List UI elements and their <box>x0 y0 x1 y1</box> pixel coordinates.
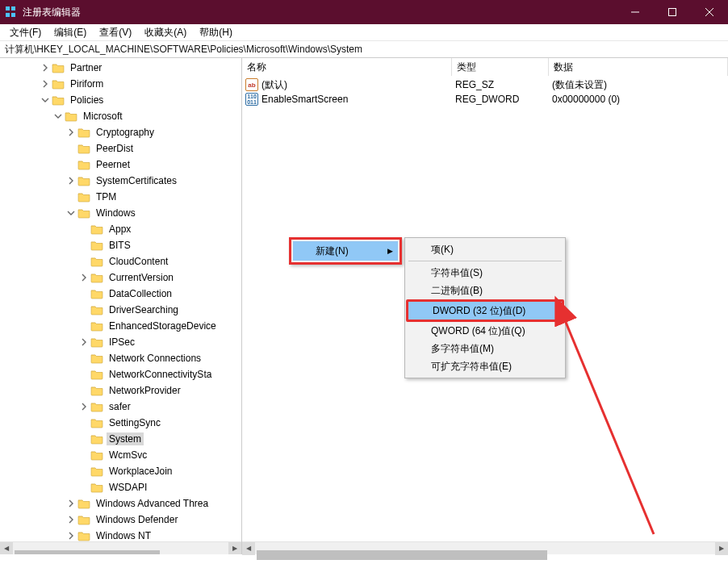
chevron-right-icon[interactable] <box>39 64 52 72</box>
scroll-left-button[interactable]: ◀ <box>242 542 255 555</box>
tree-item-partner[interactable]: Partner <box>0 60 241 76</box>
tree-item-wcmsvc[interactable]: WcmSvc <box>0 447 241 463</box>
chevron-right-icon[interactable] <box>77 338 90 346</box>
tree-item-tpm[interactable]: TPM <box>0 189 241 205</box>
menu-item-key[interactable]: 项(K) <box>407 240 563 258</box>
menu-favorites[interactable]: 收藏夹(A) <box>138 24 193 41</box>
main-area: PartnerPiriformPoliciesMicrosoftCryptogr… <box>0 58 728 554</box>
scroll-right-button[interactable]: ▶ <box>715 542 728 555</box>
tree-item-datacollection[interactable]: DataCollection <box>0 286 241 302</box>
folder-icon <box>65 111 77 122</box>
tree-item-label: TPM <box>94 190 119 203</box>
tree-item-currentversion[interactable]: CurrentVersion <box>0 269 241 286</box>
tree-item-cloudcontent[interactable]: CloudContent <box>0 253 241 269</box>
menu-bar: 文件(F) 编辑(E) 查看(V) 收藏夹(A) 帮助(H) <box>0 24 728 41</box>
menu-item-dword-value[interactable]: DWORD (32 位)值(D) <box>408 302 562 320</box>
folder-icon <box>77 127 90 138</box>
folder-icon <box>77 175 90 186</box>
tree-item-label: Appx <box>107 223 133 236</box>
tree-item-driversearching[interactable]: DriverSearching <box>0 302 241 318</box>
tree-item-label: WSDAPI <box>107 481 149 494</box>
scroll-left-button[interactable]: ◀ <box>0 542 13 555</box>
chevron-right-icon[interactable] <box>65 499 77 508</box>
chevron-right-icon[interactable] <box>65 532 77 540</box>
tree-item-enhancedstorage[interactable]: EnhancedStorageDevice <box>0 318 241 334</box>
tree-item-peerdist[interactable]: PeerDist <box>0 140 241 157</box>
column-type[interactable]: 类型 <box>452 58 549 76</box>
tree-item-bits[interactable]: BITS <box>0 237 241 253</box>
address-bar[interactable]: 计算机\HKEY_LOCAL_MACHINE\SOFTWARE\Policies… <box>0 41 728 58</box>
menu-item-label: 项(K) <box>431 243 454 257</box>
column-data[interactable]: 数据 <box>549 58 728 76</box>
tree-item-appx[interactable]: Appx <box>0 221 241 237</box>
menu-item-label: 新建(N) <box>316 244 349 258</box>
chevron-right-icon[interactable] <box>39 80 52 88</box>
tree-item-policies[interactable]: Policies <box>0 92 241 108</box>
tree-item-microsoft[interactable]: Microsoft <box>0 108 241 124</box>
value-row[interactable]: 110011EnableSmartScreenREG_DWORD0x000000… <box>242 92 728 107</box>
tree-item-label: EnhancedStorageDevice <box>107 320 219 332</box>
tree-item-ipsec[interactable]: IPSec <box>0 334 241 350</box>
menu-item-expandstring-value[interactable]: 可扩充字符串值(E) <box>407 357 563 375</box>
tree-item-networkprovider[interactable]: NetworkProvider <box>0 382 241 399</box>
chevron-right-icon[interactable] <box>77 274 90 282</box>
tree-item-settingsync[interactable]: SettingSync <box>0 415 241 431</box>
folder-icon <box>90 256 103 267</box>
tree-item-networkconnectivitystatus[interactable]: NetworkConnectivitySta <box>0 366 241 382</box>
value-row[interactable]: ab(默认)REG_SZ(数值未设置) <box>242 77 728 92</box>
menu-item-qword-value[interactable]: QWORD (64 位)值(Q) <box>407 322 563 340</box>
value-data: 0x00000000 (0) <box>552 94 728 105</box>
tree-item-label: IPSec <box>107 336 137 349</box>
tree-item-label: BITS <box>107 239 133 252</box>
folder-icon <box>52 94 65 106</box>
menu-item-string-value[interactable]: 字符串值(S) <box>407 264 563 282</box>
menu-help[interactable]: 帮助(H) <box>193 24 239 41</box>
chevron-down-icon[interactable] <box>52 112 65 120</box>
scroll-right-button[interactable]: ▶ <box>228 542 241 555</box>
scroll-thumb[interactable] <box>257 550 547 560</box>
svg-rect-1 <box>669 9 676 16</box>
menu-file[interactable]: 文件(F) <box>3 24 48 41</box>
tree-item-windows[interactable]: Windows <box>0 205 241 221</box>
tree-item-networkconnections[interactable]: Network Connections <box>0 350 241 366</box>
folder-icon <box>90 369 103 380</box>
tree-item-windowsdefender[interactable]: Windows Defender <box>0 512 241 528</box>
menu-item-binary-value[interactable]: 二进制值(B) <box>407 282 563 299</box>
minimize-button[interactable] <box>617 0 654 24</box>
tree-item-cryptography[interactable]: Cryptography <box>0 124 241 140</box>
chevron-down-icon[interactable] <box>65 209 77 217</box>
folder-icon <box>77 207 90 219</box>
tree-item-label: CurrentVersion <box>107 271 176 284</box>
folder-icon <box>90 353 103 364</box>
close-button[interactable] <box>691 0 728 24</box>
menu-item-multistring-value[interactable]: 多字符串值(M) <box>407 340 563 357</box>
tree-item-label: Windows Defender <box>94 513 180 526</box>
column-name[interactable]: 名称 <box>242 58 452 76</box>
chevron-right-icon[interactable] <box>77 403 90 411</box>
menu-edit[interactable]: 编辑(E) <box>48 24 93 41</box>
chevron-right-icon[interactable] <box>65 516 77 524</box>
tree-item-windowsnt[interactable]: Windows NT <box>0 528 241 541</box>
chevron-right-icon[interactable] <box>65 177 77 185</box>
maximize-button[interactable] <box>654 0 691 24</box>
tree-item-system[interactable]: System <box>0 431 241 447</box>
tree-horizontal-scrollbar[interactable]: ◀ ▶ <box>0 541 241 554</box>
registry-tree[interactable]: PartnerPiriformPoliciesMicrosoftCryptogr… <box>0 58 241 541</box>
tree-item-peernet[interactable]: Peernet <box>0 157 241 173</box>
chevron-right-icon[interactable] <box>65 128 77 136</box>
menu-separator <box>408 261 562 261</box>
tree-item-label: Network Connections <box>107 352 203 365</box>
tree-item-safer[interactable]: safer <box>0 399 241 415</box>
tree-item-workplacejoin[interactable]: WorkplaceJoin <box>0 463 241 479</box>
menu-item-new[interactable]: 新建(N) ▶ <box>293 241 398 261</box>
tree-item-piriform[interactable]: Piriform <box>0 76 241 92</box>
scroll-thumb[interactable] <box>15 550 160 555</box>
value-data: (数值未设置) <box>552 78 728 92</box>
menu-view[interactable]: 查看(V) <box>93 24 138 41</box>
values-horizontal-scrollbar[interactable]: ◀ ▶ <box>242 541 728 554</box>
tree-item-wsdapi[interactable]: WSDAPI <box>0 479 241 495</box>
tree-item-windowsadvancedthreat[interactable]: Windows Advanced Threa <box>0 495 241 512</box>
chevron-down-icon[interactable] <box>39 96 52 104</box>
tree-item-systemcertificates[interactable]: SystemCertificates <box>0 173 241 189</box>
app-icon <box>5 6 18 19</box>
